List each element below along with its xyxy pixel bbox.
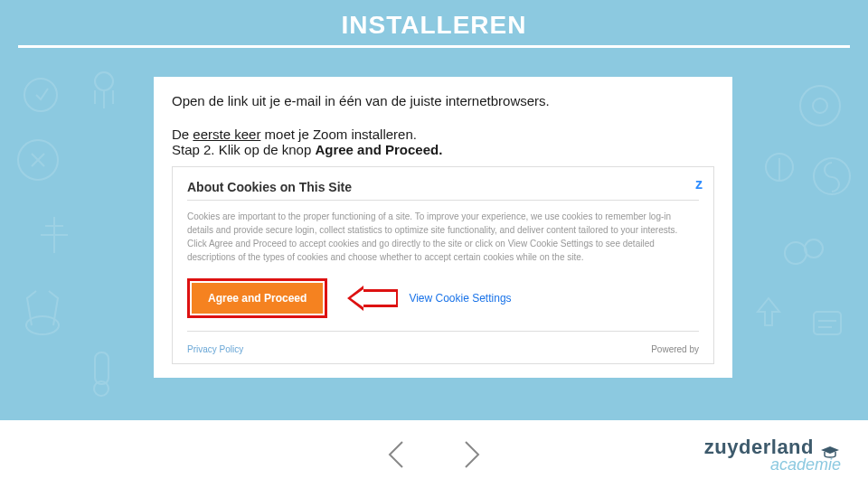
slide-footer: zuyderland academie xyxy=(0,420,868,488)
svg-point-6 xyxy=(800,86,840,126)
intro-text: Open de link uit je e-mail in één van de… xyxy=(172,93,714,108)
powered-by-text: Powered by xyxy=(651,344,699,354)
cookie-dialog-title: About Cookies on This Site xyxy=(187,180,699,194)
svg-point-3 xyxy=(26,316,59,334)
cookie-footer: Privacy Policy Powered by xyxy=(187,344,699,354)
bold-text: Agree and Proceed. xyxy=(315,142,442,157)
slide-content: Open de link uit je e-mail in één van de… xyxy=(154,77,732,378)
prev-button[interactable] xyxy=(381,436,411,473)
next-button[interactable] xyxy=(457,436,487,473)
svg-point-2 xyxy=(18,140,58,180)
cookie-body-text: Cookies are important to the proper func… xyxy=(187,210,699,264)
svg-rect-11 xyxy=(814,312,841,334)
header-divider xyxy=(18,45,850,48)
svg-point-7 xyxy=(813,99,827,113)
chevron-left-icon xyxy=(384,438,408,471)
svg-point-1 xyxy=(95,72,113,90)
slide-title: INSTALLEREN xyxy=(0,11,868,40)
svg-point-5 xyxy=(94,381,108,396)
divider xyxy=(187,200,699,201)
cookie-actions: Agree and Proceed View Cookie Settings xyxy=(187,278,699,318)
svg-point-0 xyxy=(24,79,57,111)
underline-text: eerste keer xyxy=(193,127,260,142)
zoom-logo-hint: z xyxy=(695,176,703,192)
svg-point-8 xyxy=(814,158,850,194)
view-cookie-settings-link[interactable]: View Cookie Settings xyxy=(409,292,511,305)
chevron-right-icon xyxy=(460,438,484,471)
nav-controls xyxy=(381,436,487,473)
divider xyxy=(187,331,699,332)
svg-point-9 xyxy=(785,242,807,264)
slide-header: INSTALLEREN xyxy=(0,0,868,53)
privacy-policy-link[interactable]: Privacy Policy xyxy=(187,344,243,354)
red-arrow-annotation xyxy=(345,286,400,311)
brand-logo: zuyderland academie xyxy=(704,436,841,474)
svg-rect-4 xyxy=(95,352,108,384)
step-line-2: Stap 2. Klik op de knop Agree and Procee… xyxy=(172,142,714,157)
red-highlight-box: Agree and Proceed xyxy=(187,278,327,318)
svg-point-10 xyxy=(805,239,823,258)
agree-and-proceed-button[interactable]: Agree and Proceed xyxy=(192,283,323,314)
step-line-1: De eerste keer moet je Zoom installeren. xyxy=(172,127,714,142)
cookie-dialog-screenshot: z About Cookies on This Site Cookies are… xyxy=(172,166,714,364)
